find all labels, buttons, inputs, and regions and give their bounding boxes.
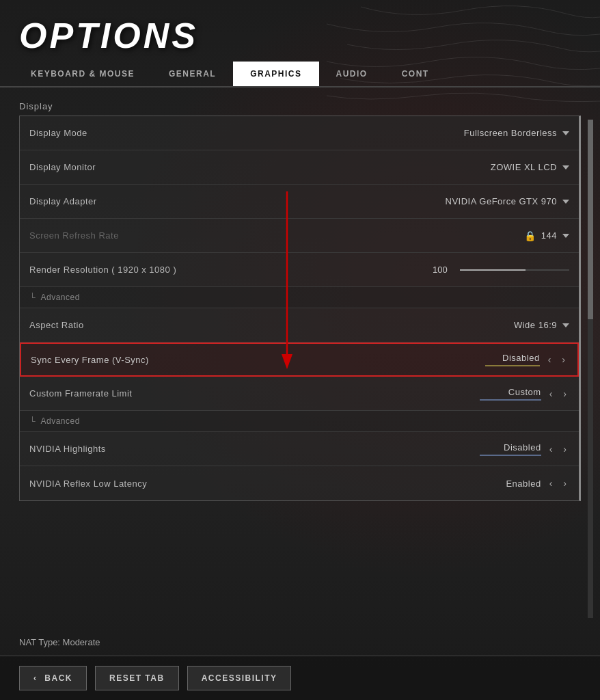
back-arrow-icon: ‹	[33, 673, 38, 683]
vsync-text: Disabled	[502, 353, 540, 363]
section-display-label: Display	[19, 101, 581, 111]
nvidia-reflex-label: NVIDIA Reflex Low Latency	[29, 479, 147, 489]
display-adapter-label: Display Adapter	[29, 196, 97, 206]
vsync-arrow-right[interactable]: ›	[559, 353, 568, 366]
page-title: OPTIONS	[0, 0, 600, 62]
display-adapter-chevron	[562, 200, 569, 204]
tab-general[interactable]: GENERAL	[152, 62, 233, 86]
back-label: Back	[44, 673, 72, 683]
screen-refresh-label: Screen Refresh Rate	[29, 230, 119, 241]
reset-label: Reset Tab	[109, 673, 165, 683]
settings-container: Display Mode Fullscreen Borderless Displ…	[19, 116, 581, 501]
render-resolution-value: 100	[433, 265, 453, 275]
aspect-ratio-label: Aspect Ratio	[29, 320, 84, 330]
back-button[interactable]: ‹ Back	[19, 666, 87, 690]
framerate-limit-text: Custom	[508, 387, 541, 397]
setting-screen-refresh: Screen Refresh Rate 🔒 144	[20, 219, 579, 253]
render-resolution-label: Render Resolution ( 1920 x 1080 )	[29, 265, 176, 275]
display-mode-value[interactable]: Fullscreen Borderless	[378, 128, 569, 138]
screen-refresh-text: 144	[541, 230, 557, 241]
setting-display-mode: Display Mode Fullscreen Borderless	[20, 116, 579, 150]
setting-vsync: Sync Every Frame (V-Sync) Disabled ‹ ›	[20, 342, 579, 377]
screen-refresh-chevron	[562, 234, 569, 238]
nvidia-highlights-arrow-right[interactable]: ›	[560, 442, 569, 456]
setting-nvidia-reflex: NVIDIA Reflex Low Latency Enabled ‹ ›	[20, 466, 579, 500]
reset-tab-button[interactable]: Reset Tab	[95, 666, 179, 690]
display-mode-label: Display Mode	[29, 128, 87, 138]
framerate-bar	[480, 399, 541, 401]
tab-cont[interactable]: CONT	[385, 62, 446, 86]
slider-track[interactable]	[460, 269, 569, 271]
advanced-label-1: Advanced	[41, 293, 80, 302]
nat-info: NAT Type: Moderate	[0, 629, 600, 656]
nvidia-highlights-text: Disabled	[504, 442, 541, 453]
aspect-ratio-value[interactable]: Wide 16:9	[378, 320, 569, 330]
aspect-ratio-text: Wide 16:9	[514, 320, 557, 330]
advanced-row-1[interactable]: └ Advanced	[20, 287, 579, 308]
nvidia-highlights-value[interactable]: Disabled ‹ ›	[378, 442, 569, 456]
display-mode-text: Fullscreen Borderless	[464, 128, 557, 138]
bottom-bar: ‹ Back Reset Tab Accessibility	[0, 656, 600, 700]
setting-framerate-limit: Custom Framerate Limit Custom ‹ ›	[20, 377, 579, 411]
vsync-value[interactable]: Disabled ‹ ›	[377, 353, 568, 366]
tab-keyboard[interactable]: KEYBOARD & MOUSE	[14, 62, 152, 86]
tab-bar: KEYBOARD & MOUSE GENERAL GRAPHICS AUDIO …	[0, 62, 600, 88]
aspect-ratio-chevron	[562, 323, 569, 327]
scrollbar-track[interactable]	[588, 120, 593, 618]
tab-graphics[interactable]: GRAPHICS	[233, 62, 318, 86]
setting-display-adapter: Display Adapter NVIDIA GeForce GTX 970	[20, 185, 579, 219]
slider-fill	[460, 269, 526, 271]
framerate-arrow-left[interactable]: ‹	[547, 387, 556, 401]
nvidia-highlights-label: NVIDIA Highlights	[29, 444, 106, 454]
framerate-limit-label: Custom Framerate Limit	[29, 388, 132, 399]
framerate-arrow-right[interactable]: ›	[560, 387, 569, 401]
advanced-row-2[interactable]: └ Advanced	[20, 411, 579, 432]
display-monitor-value[interactable]: ZOWIE XL LCD	[378, 162, 569, 172]
display-mode-chevron	[562, 131, 569, 135]
display-monitor-text: ZOWIE XL LCD	[491, 162, 557, 172]
display-monitor-chevron	[562, 165, 569, 170]
vsync-bar	[485, 365, 540, 366]
nvidia-reflex-text: Enabled	[506, 479, 541, 489]
bracket-icon-1: └	[29, 293, 36, 302]
tab-audio[interactable]: AUDIO	[319, 62, 385, 86]
bracket-icon-2: └	[29, 416, 36, 426]
framerate-limit-value[interactable]: Custom ‹ ›	[378, 387, 569, 401]
nvidia-reflex-arrow-right[interactable]: ›	[560, 476, 569, 490]
vsync-label: Sync Every Frame (V-Sync)	[31, 355, 149, 365]
accessibility-button[interactable]: Accessibility	[187, 666, 292, 690]
settings-area: Display Display Mode Fullscreen Borderle…	[0, 101, 600, 629]
advanced-label-2: Advanced	[41, 416, 80, 426]
nvidia-reflex-value[interactable]: Enabled ‹ ›	[378, 476, 569, 490]
nvidia-highlights-arrow-left[interactable]: ‹	[547, 442, 556, 456]
vsync-arrow-left[interactable]: ‹	[545, 353, 554, 366]
lock-icon: 🔒	[524, 230, 536, 241]
setting-nvidia-highlights: NVIDIA Highlights Disabled ‹ ›	[20, 432, 579, 466]
setting-render-resolution: Render Resolution ( 1920 x 1080 ) 100	[20, 253, 579, 287]
display-monitor-label: Display Monitor	[29, 162, 96, 172]
accessibility-label: Accessibility	[202, 673, 277, 683]
display-adapter-text: NVIDIA GeForce GTX 970	[446, 196, 557, 206]
nvidia-highlights-bar	[480, 455, 541, 456]
setting-aspect-ratio: Aspect Ratio Wide 16:9	[20, 308, 579, 342]
setting-display-monitor: Display Monitor ZOWIE XL LCD	[20, 150, 579, 185]
scrollbar-thumb[interactable]	[588, 120, 593, 319]
display-adapter-value[interactable]: NVIDIA GeForce GTX 970	[378, 196, 569, 206]
render-resolution-slider[interactable]: 100	[378, 265, 569, 275]
screen-refresh-value[interactable]: 🔒 144	[378, 230, 569, 241]
nvidia-reflex-arrow-left[interactable]: ‹	[547, 476, 556, 490]
